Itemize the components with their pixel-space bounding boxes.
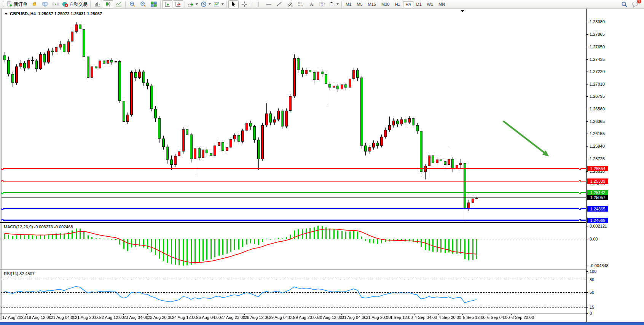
toolbar-separator	[251, 1, 251, 8]
timeframe-m1-button[interactable]: M1	[343, 1, 354, 7]
clock-icon	[201, 1, 207, 7]
level-line-handle[interactable]	[2, 168, 3, 170]
level-line-handle[interactable]	[579, 180, 581, 182]
timeframe-m30-button[interactable]: M30	[379, 1, 392, 7]
toolbar-separator	[226, 1, 227, 8]
text-label-tool-button[interactable]: T	[317, 0, 327, 8]
main-toolbar: 新订单 自动交易	[0, 0, 644, 9]
timeframe-h4-button[interactable]: H4	[403, 1, 413, 7]
rsi-axis-tick	[587, 307, 588, 307]
notifications-button[interactable]: 1	[630, 0, 640, 8]
price-axis-label: 1.28080	[590, 19, 605, 24]
price-chart-canvas[interactable]	[0, 9, 586, 222]
macd-canvas[interactable]	[0, 223, 586, 269]
zoom-in-button[interactable]	[127, 0, 137, 8]
signals-button[interactable]	[50, 0, 61, 8]
cursor-button[interactable]	[228, 0, 239, 8]
level-line-handle[interactable]	[2, 180, 3, 182]
timeframe-d1-button[interactable]: D1	[414, 1, 424, 7]
date-axis-label: 24 Aug 12:00	[172, 315, 197, 320]
level-line-handle[interactable]	[2, 208, 3, 210]
bar-chart-mode-button[interactable]	[92, 0, 102, 8]
templates-button[interactable]	[212, 0, 225, 8]
auto-trading-icon	[62, 1, 68, 7]
date-axis-label: 27 Aug 23:00	[220, 315, 245, 320]
date-axis-label: 5 Sep 12:00	[463, 315, 485, 320]
timeframe-h1-button[interactable]: H1	[392, 1, 402, 7]
periods-button[interactable]	[199, 0, 212, 8]
arrows-tool-button[interactable]	[327, 0, 340, 8]
new-order-button[interactable]: 新订单	[5, 0, 29, 8]
fibonacci-icon: F	[298, 1, 304, 7]
market-depth-button[interactable]	[29, 0, 39, 8]
date-axis-label: 4 Sep 04:00	[414, 315, 437, 320]
level-price-tag: 1.25142	[587, 190, 608, 195]
candlestick-mode-button[interactable]	[103, 0, 113, 8]
level-line-1.24669[interactable]	[2, 220, 586, 221]
level-line-handle[interactable]	[579, 168, 581, 170]
price-axis-tick	[587, 72, 588, 72]
level-line-1.25057[interactable]	[2, 198, 586, 198]
candlestick-icon	[105, 1, 111, 7]
price-axis-tick	[587, 159, 588, 159]
horizontal-line-tool-button[interactable]	[263, 0, 274, 8]
auto-trading-button[interactable]: 自动交易	[61, 0, 89, 8]
crosshair-button[interactable]	[239, 0, 249, 8]
vertical-line-tool-button[interactable]	[253, 0, 263, 8]
zoom-out-button[interactable]	[138, 0, 148, 8]
terminal-button[interactable]	[40, 0, 50, 8]
text-tool-button[interactable]: A	[306, 0, 316, 8]
level-line-1.25339[interactable]	[2, 181, 586, 182]
level-line-handle[interactable]	[579, 208, 581, 210]
rsi-canvas[interactable]	[0, 270, 586, 314]
vertical-line-icon	[255, 1, 261, 7]
line-chart-mode-button[interactable]	[113, 0, 124, 8]
level-line-1.25554[interactable]	[2, 168, 586, 169]
zoom-out-icon	[140, 1, 146, 7]
price-axis-label: 1.27650	[590, 45, 605, 49]
trendline-tool-button[interactable]	[274, 0, 284, 8]
price-axis-label: 1.26580	[590, 107, 605, 111]
price-axis-tick	[587, 59, 588, 60]
dropdown-arrow-icon	[196, 3, 198, 5]
price-axis-line	[586, 9, 587, 322]
timeframe-mn-button[interactable]: MN	[436, 1, 447, 7]
level-line-handle[interactable]	[2, 192, 3, 194]
macd-axis-tick	[587, 226, 588, 226]
price-axis-label: 1.25940	[590, 144, 605, 148]
level-line-1.24865[interactable]	[2, 208, 586, 209]
auto-trading-label: 自动交易	[69, 1, 88, 8]
toolbar-grip	[3, 2, 4, 7]
chart-shift-button[interactable]	[173, 0, 183, 8]
level-price-tag: 1.25057	[587, 195, 608, 200]
new-order-icon	[6, 1, 13, 7]
level-line-handle[interactable]	[579, 219, 581, 221]
timeframe-w1-button[interactable]: W1	[425, 1, 436, 7]
timeframe-m15-button[interactable]: M15	[366, 1, 378, 7]
price-axis-tick	[587, 146, 588, 147]
auto-scroll-icon	[164, 1, 171, 7]
rsi-bottom-border	[0, 314, 587, 314]
text-icon: A	[308, 1, 314, 7]
text-label-icon: T	[319, 1, 325, 7]
level-line-handle[interactable]	[2, 219, 3, 221]
last-bar-marker-icon	[461, 10, 464, 12]
level-line-1.25142[interactable]	[2, 192, 586, 193]
macd-rsi-divider[interactable]	[0, 269, 587, 269]
timeframe-m5-button[interactable]: M5	[354, 1, 365, 7]
rsi-axis-tick	[587, 271, 588, 272]
dropdown-arrow-icon	[209, 3, 211, 5]
search-button[interactable]	[619, 0, 630, 8]
date-axis-label: 22 Aug 12:00	[99, 315, 124, 320]
date-axis-label: 4 Sep 20:00	[439, 315, 461, 320]
rsi-axis-tick	[587, 292, 588, 293]
trendline-icon	[276, 1, 282, 7]
date-axis-label: 29 Aug 20:00	[293, 315, 318, 320]
level-line-handle[interactable]	[579, 192, 581, 194]
indicators-button[interactable]	[187, 0, 199, 8]
channel-tool-button[interactable]: E	[285, 0, 295, 8]
auto-scroll-button[interactable]	[162, 0, 172, 8]
level-price-tag: 1.24669	[587, 218, 608, 223]
tile-windows-button[interactable]	[148, 0, 159, 8]
fibonacci-tool-button[interactable]: F	[295, 0, 306, 8]
